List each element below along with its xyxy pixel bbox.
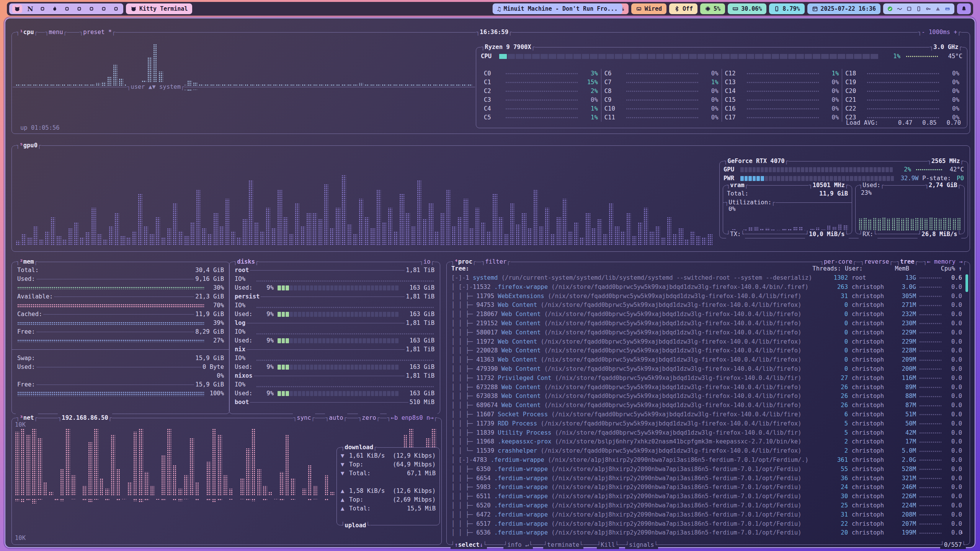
- process-row[interactable]: │ │ ├─ 11732 Privileged Cont (/nix/store…: [447, 374, 967, 383]
- reverse-button[interactable]: reverse: [860, 258, 893, 266]
- process-pid: 673288: [476, 384, 501, 391]
- menu-button[interactable]: menu: [45, 28, 67, 36]
- check-circle-icon[interactable]: [887, 6, 893, 12]
- sort-column-button[interactable]: ← memory →: [923, 258, 967, 266]
- module-network[interactable]: Wired: [631, 3, 666, 14]
- keyboard-icon[interactable]: [944, 6, 951, 12]
- workspace-4[interactable]: [51, 5, 59, 13]
- graph-column: [428, 89, 432, 90]
- disk-used-row: Used:9%163 GiB: [235, 310, 434, 319]
- update-interval[interactable]: - 1000ms +: [918, 28, 961, 36]
- meter-cell: [664, 54, 672, 59]
- process-row[interactable]: │ │ ├─ 6536 .ferdium-wrappe (/nix/store/…: [447, 528, 967, 538]
- media-module[interactable]: ♫ Minuit Machine - Don't Run Fro...: [493, 3, 622, 14]
- auto-button[interactable]: auto: [325, 414, 347, 422]
- workspace-3[interactable]: [38, 5, 47, 13]
- process-threads: 361: [818, 456, 848, 465]
- process-cmdline: (/nix/store/fqadd0bprwc5yw5k99xajbdqd1dz…: [555, 375, 802, 381]
- sync-button[interactable]: sync: [293, 414, 315, 422]
- workspace-5[interactable]: [63, 5, 71, 13]
- process-row[interactable]: │ │ ├─ 6520 .ferdium-wrappe (/nix/store/…: [447, 501, 967, 510]
- process-row[interactable]: │ │ ├─ 11739 RDD Process (/nix/store/fqa…: [447, 419, 967, 429]
- music-note-icon: ♫: [497, 5, 501, 13]
- process-row[interactable]: │ │ ├─ 6511 .ferdium-wrappe (/nix/store/…: [447, 492, 967, 501]
- workspace-7[interactable]: [87, 5, 96, 13]
- wave-icon[interactable]: [897, 6, 903, 12]
- signals-button[interactable]: signals: [625, 541, 658, 549]
- process-row[interactable]: │ │ ├─ 11607 Socket Process (/nix/store/…: [447, 410, 967, 419]
- phone-icon[interactable]: [916, 6, 922, 12]
- terminate-button[interactable]: terminate: [543, 541, 583, 549]
- meter-cell: [395, 285, 399, 290]
- notifications-module[interactable]: [957, 3, 971, 14]
- process-row[interactable]: │ │ ├─ 580017 Web Content (/nix/store/fq…: [447, 328, 967, 337]
- process-row[interactable]: [-]-1 systemd (/run/current-system/syste…: [447, 274, 967, 283]
- select-button[interactable]: ↑select↓: [451, 541, 487, 549]
- module-cpu[interactable]: 5%: [700, 3, 725, 14]
- filter-button[interactable]: filter: [481, 258, 511, 266]
- process-cpu-pct: 0.0: [944, 483, 962, 492]
- process-cpu-pct: 0.0: [944, 292, 962, 301]
- graph-column: [341, 89, 346, 90]
- meter-cell: [302, 391, 305, 396]
- graph-column: [88, 499, 93, 502]
- kill-button[interactable]: Kill: [597, 541, 619, 549]
- nic-switch-button[interactable]: ←b enp8s0 n→: [387, 414, 438, 422]
- system-tray[interactable]: [883, 3, 954, 14]
- module-clock[interactable]: 2025-07-22 16:36: [807, 3, 881, 14]
- process-row[interactable]: │ │ ├─ 220028 Web Content (/nix/store/fq…: [447, 346, 967, 355]
- process-row[interactable]: │ │ ├─ 41363 Web Content (/nix/store/fqa…: [447, 355, 967, 365]
- net-ip-address[interactable]: 192.168.86.50: [58, 414, 112, 422]
- mem-stat-label: Used:: [17, 363, 35, 372]
- process-mem: 5.0M: [892, 447, 916, 456]
- process-row[interactable]: │ │ ├─ 11968 .keepassxc-prox (/nix/store…: [447, 437, 967, 447]
- process-row[interactable]: │ │ └─ 11539 crashhelper (/nix/store/fqa…: [447, 447, 967, 456]
- process-row[interactable]: │ │ ├─ 218067 Web Content (/nix/store/fq…: [447, 310, 967, 319]
- io-mode-button[interactable]: io: [420, 258, 434, 266]
- process-row[interactable]: │ │ ├─ 673288 Web Content (/nix/store/fq…: [447, 383, 967, 392]
- process-row[interactable]: │ [-]-4783 .ferdium-wrappe (/nix/store/a…: [447, 456, 967, 465]
- workspace-2[interactable]: N: [26, 5, 34, 13]
- module-disk[interactable]: 8.79%: [769, 3, 804, 14]
- workspace-8[interactable]: [100, 5, 108, 13]
- graph-column: [382, 89, 386, 90]
- triangle-icon[interactable]: [935, 6, 941, 12]
- meter-cell: [541, 54, 548, 59]
- workspace-6[interactable]: [75, 5, 83, 13]
- proc-scrollbar[interactable]: [965, 274, 968, 292]
- meter-cell: [838, 176, 841, 181]
- key-icon[interactable]: [925, 6, 931, 12]
- info-button[interactable]: info ↵: [503, 541, 533, 549]
- active-window-module[interactable]: Kitty Terminal: [126, 3, 192, 14]
- process-row[interactable]: │ │ ├─ 689674 Web Content (/nix/store/fq…: [447, 401, 967, 410]
- workspace-1[interactable]: [12, 5, 22, 13]
- process-name: .ferdium-wrappe: [494, 466, 551, 473]
- module-memory[interactable]: 30.06%: [728, 3, 766, 14]
- process-row[interactable]: │ │ ├─ 11839 Utility Process (/nix/store…: [447, 429, 967, 438]
- workspace-9[interactable]: [112, 5, 120, 13]
- process-row[interactable]: │ │ ├─ 11972 Web Content (/nix/store/fqa…: [447, 337, 967, 347]
- per-core-button[interactable]: per-core: [820, 258, 856, 266]
- process-row[interactable]: │ [-]-11532 .firefox-wrappe (/nix/store/…: [447, 283, 967, 292]
- process-row[interactable]: │ │ ├─ 11795 WebExtensions (/nix/store/f…: [447, 292, 967, 301]
- process-row[interactable]: │ │ ├─ 5983 .ferdium-wrappe (/nix/store/…: [447, 483, 967, 492]
- mem-stat-row: Cached:11,9 GiB: [17, 310, 224, 319]
- square-outline-icon[interactable]: [906, 6, 912, 12]
- process-row[interactable]: │ │ ├─ 6472 .ferdium-wrappe (/nix/store/…: [447, 510, 967, 520]
- zero-button[interactable]: zero: [358, 414, 380, 422]
- graph-column: [39, 240, 44, 245]
- module-bluetooth-text: Off: [683, 5, 693, 12]
- process-row[interactable]: │ │ ├─ 6350 .ferdium-wrappe (/nix/store/…: [447, 465, 967, 474]
- tree-button[interactable]: tree: [896, 258, 918, 266]
- process-row[interactable]: │ │ ├─ 6654 .ferdium-wrappe (/nix/store/…: [447, 474, 967, 483]
- graph-column: [359, 199, 363, 245]
- process-row[interactable]: │ │ ├─ 6517 .ferdium-wrappe (/nix/store/…: [447, 520, 967, 529]
- process-row[interactable]: │ │ ├─ 94753 Web Content (/nix/store/fqa…: [447, 301, 967, 310]
- module-bluetooth[interactable]: Off: [669, 3, 697, 14]
- process-row[interactable]: │ │ ├─ 479390 Web Content (/nix/store/fq…: [447, 365, 967, 374]
- preset-button[interactable]: preset *: [79, 28, 116, 36]
- gpu-temp-graph: [916, 169, 942, 171]
- process-row[interactable]: │ │ ├─ 219152 Web Content (/nix/store/fq…: [447, 319, 967, 328]
- graph-column: [306, 213, 311, 245]
- process-row[interactable]: │ │ ├─ 673038 Web Content (/nix/store/fq…: [447, 392, 967, 401]
